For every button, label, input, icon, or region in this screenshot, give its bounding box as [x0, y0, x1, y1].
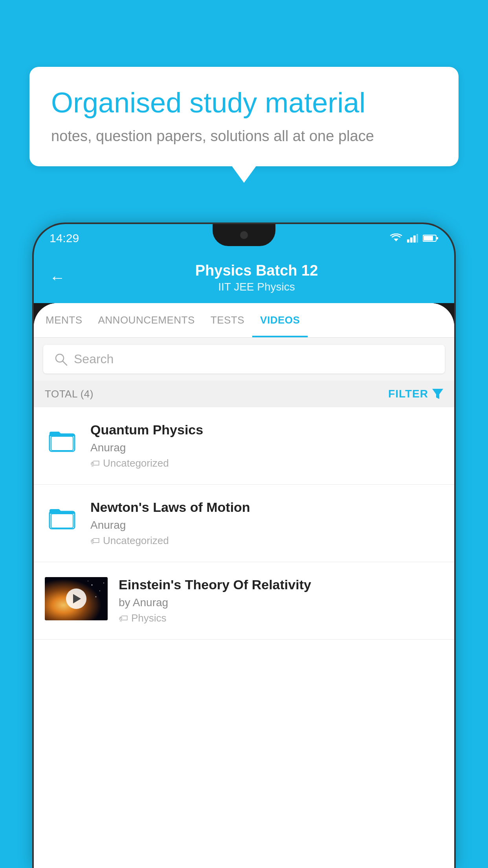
folder-icon — [48, 503, 76, 531]
video-author: by Anurag — [119, 596, 443, 609]
tab-announcements[interactable]: ANNOUNCEMENTS — [90, 303, 203, 337]
svg-rect-12 — [51, 436, 73, 451]
tabs-bar: MENTS ANNOUNCEMENTS TESTS VIDEOS — [34, 303, 454, 338]
svg-rect-7 — [437, 237, 438, 239]
folder-icon-2 — [45, 500, 79, 534]
play-triangle-icon — [73, 594, 81, 603]
filter-button[interactable]: FILTER — [388, 388, 443, 400]
play-button[interactable] — [66, 588, 86, 609]
svg-marker-0 — [394, 239, 398, 241]
speech-bubble: Organised study material notes, question… — [29, 67, 459, 166]
svg-rect-4 — [416, 234, 418, 243]
folder-icon-1 — [45, 422, 79, 457]
wifi-icon — [390, 234, 402, 243]
phone-inner: MENTS ANNOUNCEMENTS TESTS VIDEOS Search — [34, 303, 454, 868]
video-thumbnail — [45, 577, 108, 620]
svg-line-9 — [63, 361, 67, 365]
tab-videos[interactable]: VIDEOS — [252, 303, 308, 337]
camera-dot — [240, 231, 248, 239]
filter-funnel-icon — [432, 389, 443, 399]
header-title-section: Physics Batch 12 IIT JEE Physics — [75, 262, 438, 293]
svg-point-16 — [92, 585, 93, 586]
svg-rect-2 — [410, 237, 413, 243]
svg-rect-6 — [424, 236, 433, 241]
status-bar: 14:29 — [34, 224, 454, 252]
video-tag: Uncategorized — [103, 457, 169, 469]
list-item[interactable]: Quantum Physics Anurag 🏷 Uncategorized — [34, 407, 454, 485]
folder-icon — [48, 425, 76, 454]
svg-rect-14 — [51, 514, 73, 528]
tag-icon: 🏷 — [119, 613, 128, 624]
video-title: Newton's Laws of Motion — [90, 500, 443, 515]
tag-icon: 🏷 — [90, 458, 100, 469]
app-header: ← Physics Batch 12 IIT JEE Physics — [34, 252, 454, 303]
search-bar: Search — [34, 338, 454, 381]
header-subtitle: IIT JEE Physics — [75, 281, 438, 293]
list-item[interactable]: Einstein's Theory Of Relativity by Anura… — [34, 562, 454, 640]
speech-bubble-heading: Organised study material — [51, 86, 437, 119]
signal-icon — [407, 234, 418, 243]
video-tag: Physics — [131, 612, 167, 624]
thumbnail-bg — [45, 577, 108, 620]
video-info-2: Newton's Laws of Motion Anurag 🏷 Uncateg… — [90, 500, 443, 547]
list-item[interactable]: Newton's Laws of Motion Anurag 🏷 Uncateg… — [34, 485, 454, 562]
tag-icon: 🏷 — [90, 535, 100, 546]
video-tag: Uncategorized — [103, 535, 169, 547]
video-title: Einstein's Theory Of Relativity — [119, 577, 443, 592]
svg-point-18 — [95, 596, 97, 598]
svg-point-19 — [103, 583, 104, 583]
video-info-1: Quantum Physics Anurag 🏷 Uncategorized — [90, 422, 443, 469]
video-tag-row: 🏷 Uncategorized — [90, 535, 443, 547]
search-input-wrapper[interactable]: Search — [43, 345, 445, 373]
search-placeholder: Search — [74, 352, 114, 366]
speech-bubble-subtext: notes, question papers, solutions all at… — [51, 128, 437, 145]
phone-frame: 14:29 — [34, 224, 454, 868]
status-time: 14:29 — [50, 232, 79, 245]
total-count-label: TOTAL (4) — [45, 388, 94, 400]
battery-icon — [423, 234, 438, 242]
svg-rect-3 — [413, 235, 416, 243]
video-title: Quantum Physics — [90, 422, 443, 438]
video-list: Quantum Physics Anurag 🏷 Uncategorized — [34, 407, 454, 640]
video-info-3: Einstein's Theory Of Relativity by Anura… — [119, 577, 443, 624]
tab-ments[interactable]: MENTS — [38, 303, 90, 337]
status-icons — [390, 234, 438, 243]
header-title: Physics Batch 12 — [75, 262, 438, 279]
video-tag-row: 🏷 Physics — [119, 612, 443, 624]
video-author: Anurag — [90, 519, 443, 531]
svg-rect-1 — [407, 239, 409, 243]
video-tag-row: 🏷 Uncategorized — [90, 457, 443, 469]
svg-point-17 — [99, 590, 100, 591]
svg-marker-10 — [432, 389, 443, 399]
search-icon — [54, 353, 68, 366]
notch — [213, 224, 275, 246]
video-author: Anurag — [90, 441, 443, 454]
back-button[interactable]: ← — [50, 269, 65, 287]
filter-bar: TOTAL (4) FILTER — [34, 381, 454, 407]
tab-tests[interactable]: TESTS — [203, 303, 252, 337]
svg-point-20 — [88, 581, 88, 581]
svg-point-8 — [56, 354, 64, 362]
